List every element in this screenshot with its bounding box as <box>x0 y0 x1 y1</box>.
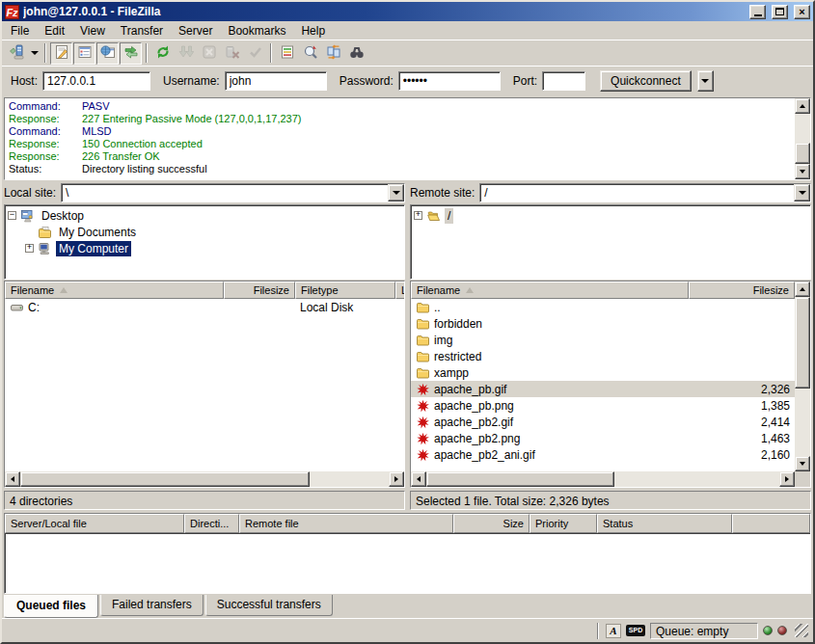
remote-horizontal-scrollbar[interactable] <box>411 471 810 487</box>
filter-icon <box>280 44 295 62</box>
queue-column-header-server-local-file[interactable]: Server/Local file <box>5 514 184 533</box>
data-type-indicator-icon[interactable]: A <box>606 624 621 638</box>
remote-tree-item-[interactable]: +/ <box>412 207 809 224</box>
tab-queued-files[interactable]: Queued files <box>4 595 98 618</box>
queue-column-header-priority[interactable]: Priority <box>530 514 597 533</box>
remote-file-row[interactable]: restricted <box>411 348 795 364</box>
column-header-label: Filename <box>417 284 460 296</box>
scroll-thumb[interactable] <box>426 471 614 487</box>
scroll-up-button[interactable] <box>795 98 810 114</box>
triangle-up-icon <box>800 287 805 291</box>
log-line-type: Command: <box>9 100 82 113</box>
scroll-down-button[interactable] <box>795 164 810 179</box>
menu-view[interactable]: View <box>72 22 113 40</box>
queue-column-header-directi[interactable]: Directi... <box>184 514 239 533</box>
scroll-thumb[interactable] <box>20 471 310 487</box>
scroll-track[interactable] <box>795 297 810 456</box>
log-vertical-scrollbar[interactable] <box>795 98 810 179</box>
remote-file-row[interactable]: img <box>411 332 795 348</box>
scroll-left-button[interactable] <box>411 471 426 487</box>
scroll-left-button[interactable] <box>5 471 20 487</box>
local-tree-item-my-documents[interactable]: My Documents <box>6 224 403 240</box>
local-file-row[interactable]: C:Local Disk <box>5 299 404 315</box>
username-input[interactable] <box>225 71 327 91</box>
resize-grip[interactable] <box>795 624 808 637</box>
remote-file-row[interactable]: apache_pb.png1,385 <box>411 397 795 414</box>
remote-file-row[interactable]: apache_pb.gif2,326 <box>411 381 795 397</box>
speed-limits-icon[interactable]: SPD <box>626 625 645 636</box>
port-input[interactable] <box>542 71 585 91</box>
scroll-thumb[interactable] <box>795 297 810 389</box>
scrollbar-corner <box>795 471 810 487</box>
local-horizontal-scrollbar[interactable] <box>5 471 404 487</box>
queue-column-header-status[interactable]: Status <box>597 514 732 533</box>
tab-successful-transfers[interactable]: Successful transfers <box>205 595 333 616</box>
menu-server[interactable]: Server <box>171 22 220 40</box>
toggle-transfer-queue-button[interactable] <box>120 42 142 65</box>
host-input[interactable] <box>42 71 150 91</box>
queue-column-header-size[interactable]: Size <box>453 514 530 533</box>
site-manager-dropdown-button[interactable] <box>28 42 41 65</box>
remote-file-row[interactable]: .. <box>411 299 795 315</box>
remote-file-row[interactable]: apache_pb2.gif2,414 <box>411 414 795 430</box>
queue-column-header-remote-file[interactable]: Remote file <box>239 514 453 533</box>
quickconnect-dropdown-button[interactable] <box>697 70 714 92</box>
toggle-log-icon <box>54 44 69 62</box>
compare-directories-button[interactable] <box>299 42 321 65</box>
tree-expander-minus-icon[interactable]: − <box>8 211 16 220</box>
local-column-header-filetype[interactable]: Filetype <box>295 282 395 299</box>
password-input[interactable] <box>398 71 501 91</box>
remote-site-combo[interactable]: / <box>479 183 811 202</box>
menu-bookmarks[interactable]: Bookmarks <box>220 22 293 40</box>
scroll-right-button[interactable] <box>779 471 795 487</box>
remote-file-row[interactable]: apache_pb2_ani.gif2,160 <box>411 446 795 463</box>
remote-site-value: / <box>480 184 794 201</box>
remote-vertical-scrollbar[interactable] <box>795 282 810 471</box>
quickconnect-button[interactable]: Quickconnect <box>600 70 692 92</box>
tree-expander-plus-icon[interactable]: + <box>414 211 422 220</box>
remote-column-header-filesize[interactable]: Filesize <box>689 282 795 299</box>
close-button[interactable]: × <box>794 5 810 19</box>
scroll-track[interactable] <box>20 471 389 487</box>
scroll-right-button[interactable] <box>389 471 404 487</box>
menu-file[interactable]: File <box>3 22 37 40</box>
folder-icon <box>416 334 430 347</box>
scroll-up-button[interactable] <box>795 282 810 297</box>
toggle-message-log-button[interactable] <box>50 42 72 65</box>
local-column-header-filename[interactable]: Filename <box>5 282 224 299</box>
menu-transfer[interactable]: Transfer <box>113 22 171 40</box>
local-site-combo[interactable]: \ <box>61 183 405 202</box>
scroll-down-button[interactable] <box>795 456 810 471</box>
site-manager-button[interactable] <box>5 42 27 65</box>
toolbar-separator <box>44 43 46 63</box>
menu-help[interactable]: Help <box>293 22 333 40</box>
tab-failed-transfers[interactable]: Failed transfers <box>100 595 204 616</box>
menu-edit[interactable]: Edit <box>37 22 72 40</box>
local-column-header-filesize[interactable]: Filesize <box>224 282 295 299</box>
scroll-thumb[interactable] <box>795 143 810 164</box>
minimize-button[interactable] <box>749 5 766 19</box>
local-column-header-l[interactable]: L <box>395 282 404 299</box>
local-tree-item-my-computer[interactable]: +My Computer <box>6 240 403 256</box>
filetype-cell: Local Disk <box>295 301 395 314</box>
scroll-track[interactable] <box>795 114 810 164</box>
toggle-local-tree-button[interactable] <box>73 42 95 65</box>
synchronized-browsing-button[interactable] <box>322 42 344 65</box>
remote-column-header-filename[interactable]: Filename <box>411 282 689 299</box>
filter-button[interactable] <box>276 42 298 65</box>
refresh-button[interactable] <box>151 42 174 65</box>
remote-file-row[interactable]: xampp <box>411 364 795 381</box>
find-files-button[interactable] <box>345 42 367 65</box>
local-tree-item-desktop[interactable]: −Desktop <box>6 207 403 224</box>
filename-cell: xampp <box>411 366 689 380</box>
maximize-button[interactable] <box>772 5 788 19</box>
remote-file-row[interactable]: apache_pb2.png1,463 <box>411 430 795 446</box>
local-site-dropdown-button[interactable] <box>388 184 404 201</box>
queue-header: Server/Local fileDirecti...Remote fileSi… <box>5 514 810 533</box>
log-line-text: 227 Entering Passive Mode (127,0,0,1,17,… <box>82 113 301 125</box>
remote-file-row[interactable]: forbidden <box>411 315 795 332</box>
toggle-remote-tree-button[interactable] <box>96 42 119 65</box>
scroll-track[interactable] <box>426 471 779 487</box>
remote-site-dropdown-button[interactable] <box>794 184 810 201</box>
tree-expander-plus-icon[interactable]: + <box>25 244 34 253</box>
